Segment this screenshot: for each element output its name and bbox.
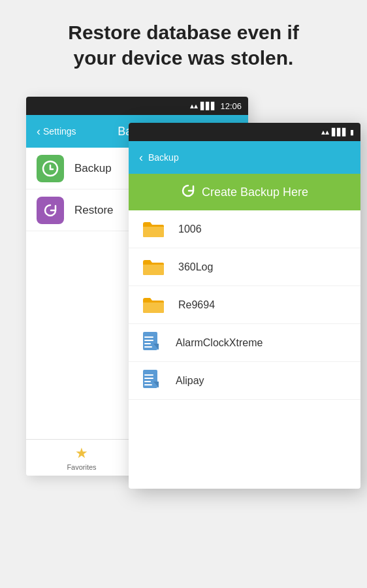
- fg-battery-icon: ▮: [350, 128, 354, 137]
- backup-icon: [42, 160, 59, 177]
- create-backup-label: Create Backup Here: [202, 186, 308, 199]
- folder-1006[interactable]: 1006: [129, 210, 360, 248]
- folder-re9694-label: Re9694: [178, 299, 215, 311]
- doc-alarmclockxtreme[interactable]: AlarmClockXtreme: [129, 324, 360, 362]
- fg-signal-icon: ▋▋▋: [332, 128, 347, 137]
- screens-wrapper: ▴▴ ▋▋▋ 12:06 ‹ Settings Backup Backup: [0, 84, 367, 588]
- headline-line2: your device was stolen.: [74, 47, 294, 69]
- status-icons: ▴▴ ▋▋▋: [190, 101, 216, 110]
- svg-rect-5: [144, 346, 152, 348]
- fg-chevron-left-icon: ‹: [139, 151, 143, 165]
- restore-icon-circle: [37, 197, 64, 224]
- chevron-left-icon: ‹: [37, 125, 40, 139]
- folder-re9694[interactable]: Re9694: [129, 286, 360, 324]
- fg-status-icons: ▴▴ ▋▋▋ ▮: [321, 127, 354, 137]
- nav-favorites-label: Favorites: [67, 463, 96, 471]
- fg-back-label: Backup: [148, 152, 179, 163]
- folder-1006-label: 1006: [178, 223, 202, 235]
- svg-rect-11: [144, 384, 152, 385]
- nav-favorites[interactable]: ★ Favorites: [26, 440, 137, 476]
- svg-rect-8: [144, 374, 153, 376]
- folder-360log[interactable]: 360Log: [129, 248, 360, 286]
- back-button-bg[interactable]: ‹ Settings: [37, 125, 76, 139]
- doc-icon-alarmclockxtreme: [142, 331, 161, 355]
- backup-icon-circle: [37, 155, 64, 182]
- doc-alipay[interactable]: Alipay: [129, 362, 360, 400]
- signal-icon: ▋▋▋: [200, 102, 216, 110]
- app-bar-fg: ‹ Backup: [129, 141, 360, 174]
- status-bar-fg: ▴▴ ▋▋▋ ▮: [129, 123, 360, 141]
- headline: Restore database even if your device was…: [42, 0, 325, 84]
- folder-icon-re9694: [142, 296, 165, 314]
- refresh-icon: [181, 184, 195, 201]
- star-icon: ★: [75, 445, 88, 462]
- status-bar-bg: ▴▴ ▋▋▋ 12:06: [26, 97, 248, 115]
- folder-icon-1006: [142, 220, 165, 238]
- foreground-screen: ▴▴ ▋▋▋ ▮ ‹ Backup Create Backup Here: [129, 123, 360, 489]
- wifi-icon: ▴▴: [190, 101, 198, 110]
- restore-icon: [42, 202, 59, 219]
- doc-alarmclockxtreme-label: AlarmClockXtreme: [176, 337, 263, 349]
- svg-rect-9: [144, 378, 153, 379]
- folder-360log-label: 360Log: [178, 261, 213, 273]
- doc-icon-alipay: [142, 369, 161, 393]
- svg-rect-4: [144, 343, 151, 344]
- folder-icon-360log: [142, 258, 165, 276]
- back-label-bg: Settings: [43, 126, 76, 137]
- create-backup-button[interactable]: Create Backup Here: [129, 174, 360, 210]
- fg-wifi-icon: ▴▴: [321, 127, 329, 137]
- svg-rect-2: [144, 336, 153, 338]
- status-time: 12:06: [220, 101, 242, 111]
- doc-alipay-label: Alipay: [176, 375, 204, 387]
- back-button-fg[interactable]: ‹ Backup: [139, 151, 179, 165]
- svg-rect-3: [144, 340, 153, 341]
- headline-line1: Restore database even if: [68, 22, 298, 43]
- svg-rect-10: [144, 381, 151, 382]
